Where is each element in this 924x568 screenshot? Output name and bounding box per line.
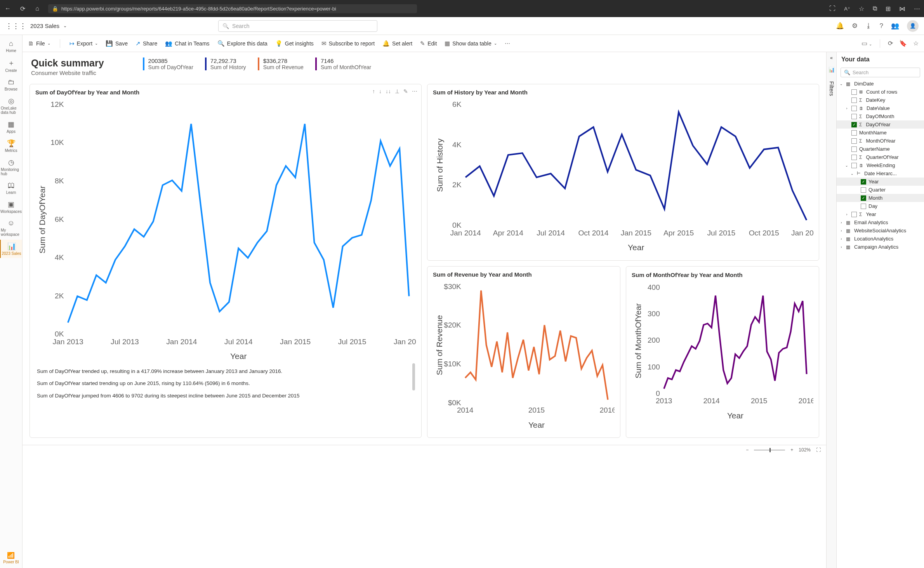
checkbox[interactable] [861,204,866,209]
chart-monthofyear[interactable]: Sum of MonthOfYear by Year and Month 010… [626,266,819,438]
file-menu[interactable]: 🗎File ⌄ [28,40,50,47]
field-row[interactable]: ✓DayOfYear [837,120,924,129]
checkbox[interactable] [851,114,857,119]
field-row[interactable]: MonthOfYear [837,137,924,145]
checkbox[interactable]: ✓ [861,179,866,185]
nav-item[interactable]: 🗀Browse [0,76,22,94]
chevron-down-icon[interactable]: ⌄ [63,23,67,28]
back-icon[interactable]: ← [4,5,12,12]
waffle-icon[interactable]: ⋮⋮⋮ [5,22,26,30]
nav-item[interactable]: ＋Create [0,56,22,75]
checkbox[interactable] [851,138,857,144]
field-row[interactable]: ⌄⊢Date Hierarc... [837,169,924,178]
checkbox[interactable] [851,130,857,136]
nav-item[interactable]: 🏆Metrics [0,137,22,155]
nav-item[interactable]: ▣Workspaces [0,198,22,216]
checkbox[interactable] [851,155,857,160]
more-icon[interactable]: ⋯ [914,5,920,12]
alert-button[interactable]: 🔔Set alert [382,40,412,47]
field-row[interactable]: QuarterName [837,145,924,153]
save-button[interactable]: 💾Save [106,40,128,47]
checkbox[interactable]: ✓ [861,195,866,201]
checkbox[interactable] [851,89,857,95]
report-title[interactable]: 2023 Sales [30,23,59,29]
more-icon[interactable]: ⋯ [505,40,510,47]
zoom-out-icon[interactable]: − [746,447,749,453]
edit-button[interactable]: ✎Edit [420,40,437,47]
field-row[interactable]: ›DateValue [837,104,924,112]
bookmark-icon[interactable]: 🔖 [899,40,907,47]
nav-item[interactable]: ◎OneLake data hub [0,94,22,117]
search-input[interactable]: Search [218,20,377,32]
checkbox[interactable] [851,146,857,152]
zoom-in-icon[interactable]: + [790,447,793,453]
field-row[interactable]: ›WebsiteSocialAnalytics [837,227,924,235]
fit-icon[interactable]: ⛶ [816,447,821,453]
url-bar[interactable]: 🔒 https://app.powerbi.com/groups/me/repo… [48,4,417,13]
share-button[interactable]: ↗Share [135,40,157,47]
bell-icon[interactable]: 🔔 [836,22,844,30]
drill-down-icon[interactable]: ↓ [379,88,382,94]
visualizations-icon[interactable]: 📊 [828,67,835,73]
chart-revenue[interactable]: Sum of Revenue by Year and Month $0K$10K… [427,266,620,438]
avatar[interactable]: 👤 [907,20,919,32]
nav-item[interactable]: ▦Apps [0,118,22,136]
field-row[interactable]: Day [837,202,924,210]
view-mode-icon[interactable]: ▭ ⌄ [861,40,872,47]
field-row[interactable]: ›Year [837,210,924,218]
nav-item[interactable]: ⌂Home [0,37,22,55]
field-row[interactable]: ⌄DimDate [837,80,924,88]
field-row[interactable]: ✓Year [837,178,924,186]
help-icon[interactable]: ? [880,22,883,30]
subscribe-button[interactable]: ✉Subscribe to report [321,40,375,47]
chart-history[interactable]: Sum of History by Year and Month 0K2K4K6… [427,84,819,261]
screenshot-icon[interactable]: ⛶ [829,5,835,12]
checkbox[interactable] [851,212,857,217]
explore-button[interactable]: 🔍Explore this data [217,40,267,47]
field-row[interactable]: Quarter [837,186,924,194]
checkbox[interactable] [861,187,866,193]
zoom-slider[interactable] [754,450,785,451]
field-row[interactable]: MonthName [837,129,924,137]
field-row[interactable]: ›Email Analytics [837,218,924,227]
field-row[interactable]: QuarterOfYear [837,153,924,161]
nav-item[interactable]: 🕮Learn [0,179,22,197]
data-search-input[interactable]: 🔍 Search [841,68,920,77]
home-icon[interactable]: ⌂ [33,5,41,12]
field-row[interactable]: ⌄WeekEnding [837,161,924,169]
gear-icon[interactable]: ⚙ [852,22,858,30]
expand-icon[interactable]: ↓↓ [386,88,391,94]
download-icon[interactable]: ⭳ [865,22,872,30]
nav-item[interactable]: ☺My workspace [0,217,22,239]
extensions-icon[interactable]: ⊞ [886,5,891,12]
hierarchy-icon[interactable]: ⊥ [395,88,399,94]
checkbox[interactable] [851,98,857,103]
chat-teams-button[interactable]: 👥Chat in Teams [165,40,209,47]
copilot-icon[interactable]: ⋈ [899,5,905,12]
checkbox[interactable]: ✓ [851,122,857,127]
more-icon[interactable]: ⋯ [412,88,417,94]
field-row[interactable]: DateKey [837,96,924,104]
expand-icon[interactable]: « [830,55,833,61]
field-row[interactable]: ›Campaign Analytics [837,243,924,251]
nav-item[interactable]: ◷Monitoring hub [0,156,22,178]
field-row[interactable]: ⊞Count of rows [837,88,924,96]
read-icon[interactable]: A⁺ [844,6,850,12]
drill-up-icon[interactable]: ↑ [372,88,375,94]
nav-item-active[interactable]: 📊2023 Sales [0,240,22,258]
collections-icon[interactable]: ⧉ [873,5,877,12]
brush-icon[interactable]: ✎ [403,88,408,94]
favorite-icon[interactable]: ☆ [913,40,919,47]
chart-dayofyear[interactable]: Sum of DayOfYear by Year and Month ↑ ↓ ↓… [30,84,422,438]
refresh-icon[interactable]: ⟳ [19,5,26,12]
people-icon[interactable]: 👥 [891,22,899,30]
scrollbar[interactable] [412,363,415,390]
filters-pane-collapsed[interactable]: « 📊 Filters [826,52,836,568]
reset-icon[interactable]: ⟳ [888,40,893,47]
checkbox[interactable] [851,106,857,111]
data-table-button[interactable]: ▦Show data table ⌄ [445,40,497,47]
export-button[interactable]: ↦Export ⌄ [69,40,98,47]
field-row[interactable]: ✓Month [837,194,924,202]
insights-button[interactable]: 💡Get insights [275,40,314,47]
star-icon[interactable]: ☆ [859,5,864,12]
